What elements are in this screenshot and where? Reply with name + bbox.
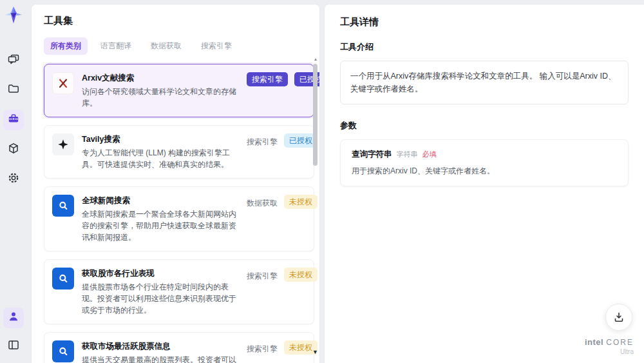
user-icon: [7, 310, 20, 326]
tool-name: Tavily搜索: [82, 133, 239, 145]
gear-icon: [7, 172, 20, 187]
tool-card[interactable]: Arxiv文献搜索 访问各个研究领域大量科学论文和文章的存储库。 搜索引擎 已授…: [44, 64, 314, 117]
tool-description: 全球新闻搜索是一个聚合全球各大新闻网站内容的搜索引擎，帮助用户快速获取全球最新资…: [82, 208, 239, 243]
params-heading: 参数: [340, 120, 629, 132]
tool-info: 获取股市各行业表现 提供股票市场各个行业在特定时间段内的表现。投资者可以利用这些…: [82, 268, 239, 316]
tool-list: Arxiv文献搜索 访问各个研究领域大量科学论文和文章的存储库。 搜索引擎 已授…: [44, 64, 314, 363]
category-label: 搜索引擎: [247, 268, 278, 285]
parameter-required-flag: 必填: [422, 150, 437, 159]
tool-tags: 搜索引擎 已授权: [247, 72, 320, 86]
chat-rail-button[interactable]: [3, 50, 24, 71]
category-tabs: 所有类别语言翻译数据获取搜索引擎: [44, 37, 310, 55]
tool-description: 提供当天交易量最高的股票列表。投资者可以利用这些信息来识别流动性强的股票和潜在的…: [82, 354, 239, 363]
category-tab[interactable]: 搜索引擎: [194, 37, 238, 55]
tool-card[interactable]: 全球新闻搜索 全球新闻搜索是一个聚合全球各大新闻网站内容的搜索引擎，帮助用户快速…: [44, 186, 314, 251]
chat-icon: [7, 53, 20, 68]
panel-toggle-rail-button[interactable]: [3, 336, 24, 357]
intel-wordmark: intel: [585, 337, 603, 347]
toolbox-rail-button[interactable]: [3, 110, 24, 130]
tool-card[interactable]: Tavily搜索 专为人工智能代理 (LLM) 构建的搜索引擎工具。可快速提供实…: [44, 125, 314, 179]
blue-tool-icon: [52, 195, 74, 217]
ultra-wordmark: Ultra: [585, 348, 634, 355]
tool-description: 访问各个研究领域大量科学论文和文章的存储库。: [82, 86, 239, 109]
tool-tags: 搜索引擎 已授权: [247, 133, 317, 151]
tool-tags: 搜索引擎 未授权: [247, 268, 317, 285]
category-label: 搜索引擎: [247, 340, 278, 358]
app-window: 工具集 所有类别语言翻译数据获取搜索引擎 Arxiv文献搜索 访问各个研究领域大…: [0, 0, 644, 363]
user-rail-button[interactable]: [3, 308, 24, 328]
tool-info: 获取市场最活跃股票信息 提供当天交易量最高的股票列表。投资者可以利用这些信息来识…: [82, 340, 239, 363]
blue-tool-icon: [52, 268, 74, 289]
tool-name: 获取市场最活跃股票信息: [82, 340, 239, 352]
intro-heading: 工具介绍: [340, 41, 629, 53]
folder-icon: [7, 83, 20, 98]
left-rail: [0, 0, 27, 363]
tool-name: 全球新闻搜索: [82, 195, 239, 206]
content-area: 工具集 所有类别语言翻译数据获取搜索引擎 Arxiv文献搜索 访问各个研究领域大…: [27, 0, 644, 363]
tool-info: Arxiv文献搜索 访问各个研究领域大量科学论文和文章的存储库。: [82, 72, 239, 109]
detail-title: 工具详情: [340, 16, 629, 28]
toolset-panel: 工具集 所有类别语言翻译数据获取搜索引擎 Arxiv文献搜索 访问各个研究领域大…: [31, 4, 320, 363]
core-wordmark: CORE: [606, 338, 634, 347]
page-title: 工具集: [44, 15, 310, 27]
scrollbar-thumb[interactable]: [313, 64, 317, 166]
tool-intro-text: 一个用于从Arxiv存储库搜索科学论文和文章的工具。 输入可以是Arxiv ID…: [340, 61, 629, 104]
category-label: 数据获取: [247, 195, 278, 212]
tool-card[interactable]: 获取市场最活跃股票信息 提供当天交易量最高的股票列表。投资者可以利用这些信息来识…: [44, 332, 314, 363]
scroll-down-icon[interactable]: ▼: [312, 349, 318, 355]
tool-tags: 数据获取 未授权: [247, 195, 317, 212]
download-button[interactable]: [605, 304, 632, 331]
rail-bottom-nav: [3, 308, 24, 357]
gear-rail-button[interactable]: [3, 169, 24, 190]
parameter-description: 用于搜索的Arxiv ID、关键字或作者姓名。: [352, 166, 617, 177]
intel-core-logo: intel CORE Ultra: [585, 338, 634, 355]
panel-toggle-icon: [7, 338, 20, 354]
cube-icon: [7, 142, 20, 157]
toolbox-icon: [7, 112, 20, 128]
tool-description: 提供股票市场各个行业在特定时间段内的表现。投资者可以利用这些信息来识别表现优于或…: [82, 281, 239, 316]
app-logo-icon: [4, 5, 23, 25]
tool-info: Tavily搜索 专为人工智能代理 (LLM) 构建的搜索引擎工具。可快速提供实…: [82, 133, 239, 170]
tavily-tool-icon: [52, 133, 74, 155]
folder-rail-button[interactable]: [3, 80, 24, 101]
tool-detail-panel: 工具详情 工具介绍 一个用于从Arxiv存储库搜索科学论文和文章的工具。 输入可…: [324, 4, 644, 363]
category-tab[interactable]: 语言翻译: [94, 37, 138, 55]
parameter-type: 字符串: [397, 150, 418, 159]
download-icon: [612, 311, 625, 324]
tool-name: Arxiv文献搜索: [82, 72, 239, 84]
parameter-header: 查询字符串 字符串 必填: [352, 149, 617, 160]
category-label: 搜索引擎: [247, 72, 288, 86]
tool-name: 获取股市各行业表现: [82, 268, 239, 279]
blue-tool-icon: [52, 340, 74, 362]
category-label: 搜索引擎: [247, 133, 278, 151]
parameter-card: 查询字符串 字符串 必填 用于搜索的Arxiv ID、关键字或作者姓名。: [340, 139, 629, 186]
tool-description: 专为人工智能代理 (LLM) 构建的搜索引擎工具。可快速提供实时、准确和真实的结…: [82, 147, 239, 170]
tool-info: 全球新闻搜索 全球新闻搜索是一个聚合全球各大新闻网站内容的搜索引擎，帮助用户快速…: [82, 195, 239, 243]
arxiv-tool-icon: [52, 72, 74, 94]
tool-card[interactable]: 获取股市各行业表现 提供股票市场各个行业在特定时间段内的表现。投资者可以利用这些…: [44, 259, 314, 324]
scrollbar[interactable]: ▴ ▼: [312, 59, 317, 351]
parameter-name: 查询字符串: [352, 149, 392, 160]
category-tab[interactable]: 所有类别: [44, 37, 88, 55]
category-tab[interactable]: 数据获取: [144, 37, 188, 55]
tool-tags: 搜索引擎 未授权: [247, 340, 317, 358]
scroll-up-icon[interactable]: ▴: [314, 56, 317, 62]
cube-rail-button[interactable]: [3, 139, 24, 160]
rail-nav: [3, 50, 24, 190]
